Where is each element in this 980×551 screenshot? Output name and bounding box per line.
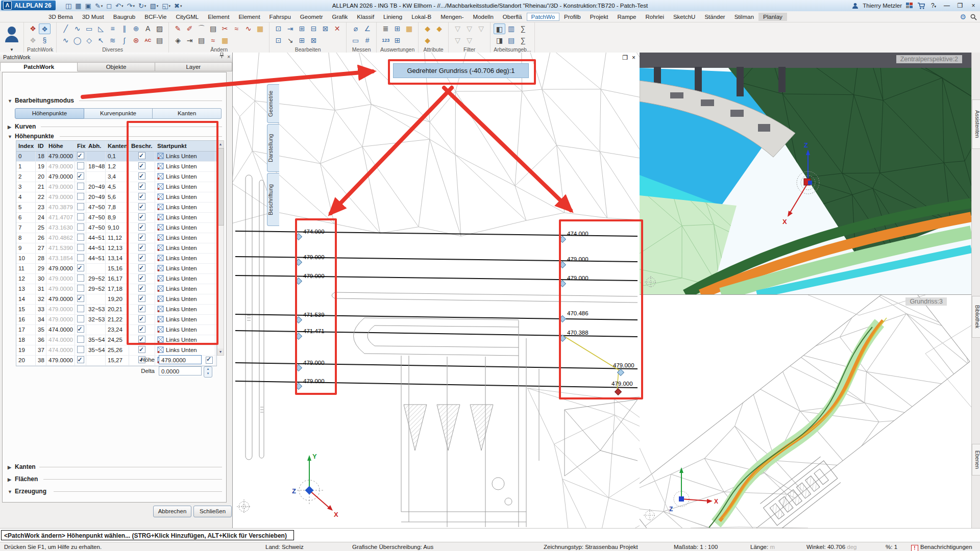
menu-item-grafik[interactable]: Grafik [328,13,353,21]
window-icon[interactable]: ◱▾ [162,2,170,10]
ribbon-tool-icon[interactable]: ✎ [172,23,184,34]
ribbon-tool-icon[interactable]: ∥ [118,23,130,34]
ribbon-tool-icon[interactable]: ∿ [60,35,71,46]
ribbon-tool-icon[interactable]: ⊠ [308,35,320,46]
main-drawing-viewport[interactable]: ❐ × [232,53,640,528]
ribbon-tool-icon[interactable]: ⊛ [130,35,142,46]
table-row[interactable]: 1533479.000032~5320,21Links Unten [16,305,216,315]
dropdown-icon[interactable]: ▾ [180,4,182,8]
startpunkt-value[interactable]: Links Unten [166,214,197,220]
column-header[interactable]: Startpunkt [155,141,215,151]
menu-item-planlay[interactable]: Planlay [758,13,787,21]
beschr-checkbox[interactable] [138,223,145,231]
startpunkt-value[interactable]: Links Unten [166,296,197,302]
ribbon-tool-icon[interactable]: ▦ [254,23,266,34]
minimize-button[interactable]: — [942,2,951,9]
elevation-label-right[interactable]: 470.388 [567,330,589,336]
ribbon-tool-icon[interactable]: # [361,35,373,46]
startpunkt-value[interactable]: Links Unten [166,153,197,159]
column-header[interactable]: Abh. [86,141,106,151]
section-hoehenpunkte[interactable]: ▼Höhenpunkte [8,133,54,140]
ribbon-tool-icon[interactable]: ≋ [107,35,118,46]
erzeugen-checkbox[interactable] [161,502,168,503]
beschr-checkbox[interactable] [138,183,145,190]
table-row[interactable]: 321479.000020~494,5Links Unten [16,182,216,192]
elevation-label-right[interactable]: 479.000 [613,362,634,368]
fix-checkbox[interactable] [77,172,84,180]
mode-button-kanten[interactable]: Kanten [153,108,222,119]
beschr-checkbox[interactable] [138,244,145,251]
table-row[interactable]: 1331479.000029~5217,18Links Unten [16,284,216,294]
palette-tab-layer[interactable]: Layer [155,62,232,71]
ribbon-tool-icon[interactable]: ◇ [83,35,95,46]
mode-button-kurvenpunkte[interactable]: Kurvenpunkte [84,108,153,119]
layout-icon[interactable]: ▦ [75,2,81,10]
ribbon-tool-icon[interactable]: ⊡ [273,35,284,46]
section-kanten[interactable]: ▶Kanten [8,463,36,470]
avatar-dropdown-icon[interactable]: ▼ [10,47,14,52]
undo-icon[interactable]: ↶▾ [115,2,123,10]
palette-header[interactable]: PatchWork × [0,53,232,62]
menu-item-baugrub[interactable]: Baugrub [109,13,140,21]
right-tab-assistenten[interactable]: Assistenten [972,99,980,149]
table-scrollbar[interactable]: ▲▼ [217,140,224,356]
side-tab-darstellung[interactable]: Darstellung [267,124,279,172]
viewport-close-icon[interactable]: × [632,54,635,61]
dropdown-icon[interactable]: ▾ [121,4,124,8]
ribbon-tool-icon[interactable]: ⊕ [130,23,142,34]
menu-item-3d-bema[interactable]: 3D Bema [44,13,78,21]
dropdown-icon[interactable]: ▾ [157,4,159,8]
ribbon-tool-icon[interactable]: ∫ [118,35,130,46]
table-row[interactable]: 624471.470747~508,9Links Unten [16,213,216,223]
fix-checkbox[interactable] [77,162,84,169]
shop-cart-icon[interactable] [917,3,925,9]
startpunkt-value[interactable]: Links Unten [166,316,197,322]
table-row[interactable]: 1129479.000015,16Links Unten [16,264,216,274]
ribbon-tool-icon[interactable]: ◆ [422,23,433,34]
table-row[interactable]: 1937474.000035~5425,26Links Unten [16,345,216,356]
menu-item-oberfl-[interactable]: Oberflä [498,13,527,21]
ribbon-tool-icon[interactable]: ▨ [154,23,165,34]
fix-checkbox[interactable] [77,285,84,292]
perspective-viewport[interactable]: Z X Zentralperspektive:2 [640,53,971,294]
menu-item-element[interactable]: Element [203,13,234,21]
beschr-checkbox[interactable] [138,254,145,261]
column-header[interactable]: Höhe [46,141,75,151]
tools-icon[interactable]: ✖▾ [174,2,182,10]
prompt-text[interactable]: <PatchWork ändern> Höhenpunkt wählen... … [1,530,294,540]
ribbon-tool-icon[interactable]: ▽ [452,35,463,46]
startpunkt-value[interactable]: Links Unten [166,173,197,180]
restore-button[interactable]: ❐ [955,2,965,9]
ribbon-tool-icon[interactable]: ◨ [494,35,505,46]
menu-item-rampe[interactable]: Rampe [612,13,641,21]
section-erzeugung[interactable]: ▼Erzeugung [8,488,46,495]
ribbon-tool-icon[interactable]: AC [142,35,154,46]
ribbon-tool-icon[interactable]: 123 [380,35,391,46]
section-bearbeitungsmodus[interactable]: ▼Bearbeitungsmodus [8,97,74,104]
fix-checkbox[interactable] [77,336,84,343]
menu-item-modelln[interactable]: Modelln [469,13,498,21]
mode-button-höhenpunkte[interactable]: Höhenpunkte [15,108,84,119]
fix-checkbox[interactable] [77,305,84,312]
fix-checkbox[interactable] [77,152,84,159]
table-row[interactable]: 826470.486244~5111,12Links Unten [16,233,216,243]
ribbon-tool-icon[interactable]: ▤ [195,35,207,46]
startpunkt-value[interactable]: Links Unten [166,337,197,343]
fix-checkbox[interactable] [77,315,84,322]
table-row[interactable]: 927471.539044~5112,13Links Unten [16,243,216,254]
ribbon-tool-icon[interactable]: ↖ [95,35,107,46]
ribbon-tool-icon[interactable]: ▭ [83,23,95,34]
ribbon-tool-icon[interactable]: ▽ [452,23,463,34]
startpunkt-value[interactable]: Links Unten [166,245,197,251]
elevation-label-right[interactable]: 474.000 [567,231,589,237]
elevation-label-left[interactable]: 479.000 [303,360,325,366]
menu-item-bcf-vie[interactable]: BCF-Vie [140,13,171,21]
ribbon-tool-icon[interactable]: ▽ [463,23,475,34]
menu-item-st-nder[interactable]: Ständer [700,13,729,21]
menu-item-citygml[interactable]: CityGML [172,13,204,21]
startpunkt-value[interactable]: Links Unten [166,194,197,200]
fix-checkbox[interactable] [77,213,84,220]
beschr-checkbox[interactable] [138,305,145,312]
ribbon-tool-icon[interactable]: ⊞ [296,35,308,46]
menu-item-profilb[interactable]: Profilb [559,13,585,21]
